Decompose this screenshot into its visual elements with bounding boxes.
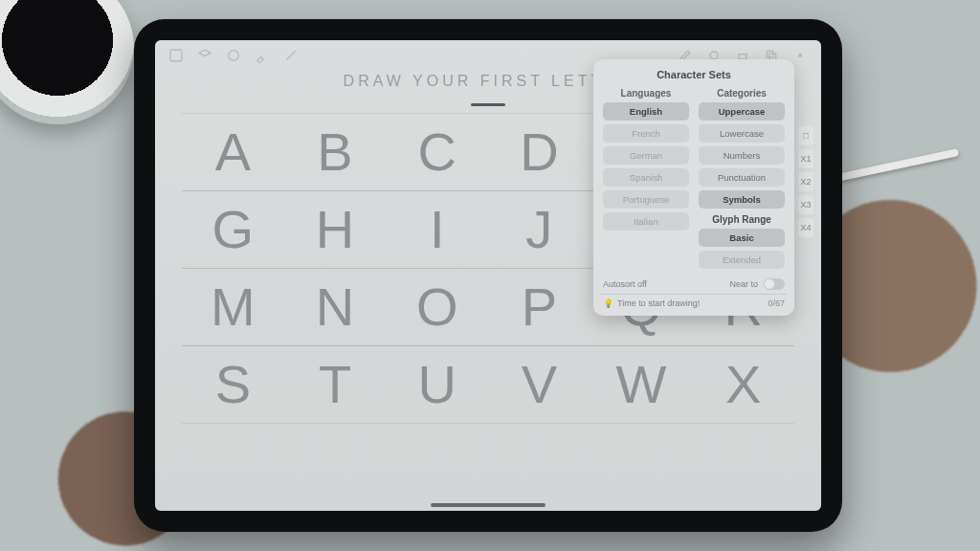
- letter-cell[interactable]: V: [488, 358, 590, 411]
- panel-footer: 💡 Time to start drawing! 0/67: [603, 298, 785, 308]
- glyph-range-header: Glyph Range: [699, 214, 785, 225]
- category-option[interactable]: Lowercase: [699, 124, 785, 143]
- rail-button[interactable]: □: [798, 126, 813, 145]
- language-option[interactable]: German: [603, 146, 689, 165]
- letter-cell[interactable]: T: [284, 358, 387, 411]
- letter-cell[interactable]: B: [284, 125, 387, 179]
- svg-rect-0: [170, 50, 182, 61]
- autosort-toggle[interactable]: [764, 278, 785, 290]
- languages-column: Languages English French German Spanish …: [603, 88, 689, 273]
- category-option[interactable]: Symbols: [699, 190, 785, 209]
- footer-text: Time to start drawing!: [617, 298, 700, 308]
- letter-row: S T U V W X: [182, 345, 794, 424]
- letter-cell[interactable]: J: [488, 203, 590, 256]
- wrench-icon[interactable]: [226, 48, 241, 63]
- autosort-label: Autosort off: [603, 279, 647, 289]
- glyph-count: 0/67: [768, 298, 785, 308]
- right-rail: □ X1 X2 X3 X4: [798, 126, 813, 237]
- letter-cell[interactable]: P: [488, 280, 590, 334]
- brush-icon[interactable]: [255, 48, 270, 63]
- gallery-icon[interactable]: [168, 48, 184, 63]
- drag-handle[interactable]: [471, 103, 505, 106]
- language-option[interactable]: French: [603, 124, 689, 143]
- wand-icon[interactable]: [283, 48, 299, 63]
- language-option[interactable]: Spanish: [603, 168, 689, 187]
- brushsize-icon[interactable]: [792, 48, 808, 63]
- letter-cell[interactable]: G: [182, 203, 284, 256]
- letter-cell[interactable]: I: [386, 203, 488, 256]
- languages-header: Languages: [603, 88, 689, 99]
- letter-cell[interactable]: U: [386, 358, 488, 411]
- svg-point-6: [798, 54, 802, 57]
- letter-cell[interactable]: D: [488, 125, 590, 179]
- rail-button[interactable]: X2: [798, 172, 813, 191]
- letter-cell[interactable]: H: [284, 203, 387, 256]
- glyph-range-option[interactable]: Extended: [699, 251, 785, 269]
- ipad-device: DRAW YOUR FIRST LETTER A B C D E F G H I…: [134, 19, 842, 532]
- letter-cell[interactable]: W: [590, 358, 693, 411]
- language-option[interactable]: Italian: [603, 212, 689, 231]
- category-option[interactable]: Numbers: [699, 146, 785, 165]
- rail-button[interactable]: X4: [798, 218, 813, 237]
- categories-header: Categories: [699, 88, 785, 99]
- layers-icon[interactable]: [197, 48, 212, 63]
- category-option[interactable]: Uppercase: [699, 102, 785, 121]
- letter-cell[interactable]: C: [386, 125, 488, 179]
- app-screen: DRAW YOUR FIRST LETTER A B C D E F G H I…: [155, 40, 821, 511]
- autosort-row: Autosort off Near to: [603, 278, 785, 290]
- coffee-mug: [0, 0, 134, 124]
- divider: [601, 294, 787, 295]
- categories-column: Categories Uppercase Lowercase Numbers P…: [699, 88, 785, 273]
- letter-cell[interactable]: X: [692, 358, 794, 411]
- glyph-range-option[interactable]: Basic: [699, 229, 785, 247]
- language-option[interactable]: English: [603, 102, 689, 121]
- svg-point-2: [710, 52, 718, 59]
- language-option[interactable]: Portuguese: [603, 190, 689, 209]
- letter-cell[interactable]: S: [182, 358, 284, 411]
- home-indicator[interactable]: [431, 503, 546, 507]
- letter-cell[interactable]: O: [386, 280, 488, 334]
- near-label: Near to: [729, 279, 758, 289]
- svg-point-1: [229, 51, 239, 61]
- letter-cell[interactable]: N: [284, 280, 387, 334]
- rail-button[interactable]: X1: [798, 149, 813, 168]
- character-sets-panel: Character Sets Languages English French …: [593, 59, 794, 316]
- letter-cell[interactable]: A: [182, 125, 284, 179]
- lightbulb-icon: 💡: [603, 298, 613, 308]
- category-option[interactable]: Punctuation: [699, 168, 785, 187]
- panel-title: Character Sets: [603, 69, 785, 80]
- letter-cell[interactable]: M: [182, 280, 284, 334]
- rail-button[interactable]: X3: [798, 195, 813, 214]
